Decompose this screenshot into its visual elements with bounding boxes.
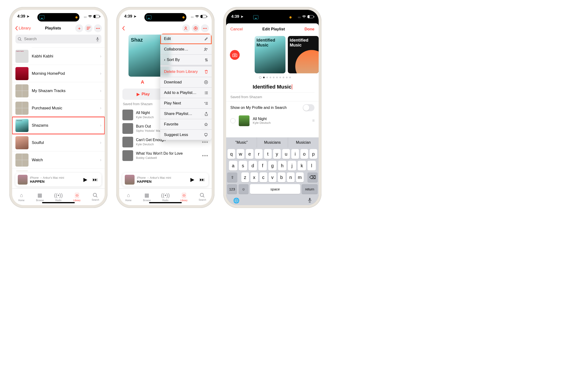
cover-option-1[interactable]: Identified Music <box>255 36 285 73</box>
key-r[interactable]: r <box>255 149 263 159</box>
menu-item-play-next[interactable]: Play Next <box>160 98 212 109</box>
back-button[interactable] <box>122 26 125 31</box>
remove-radio[interactable] <box>230 118 236 123</box>
key-f[interactable]: f <box>258 161 267 170</box>
next-icon[interactable]: ⏭ <box>91 177 99 183</box>
menu-item-suggest-less[interactable]: Suggest Less <box>160 130 212 140</box>
menu-item-download[interactable]: Download <box>160 77 212 88</box>
menu-item-delete-from-library[interactable]: Delete from Library <box>160 65 212 77</box>
key-c[interactable]: c <box>260 172 267 182</box>
search-bar[interactable] <box>15 34 101 43</box>
key-y[interactable]: y <box>273 149 281 159</box>
tab-home[interactable]: ⌂Home <box>12 189 31 205</box>
playlist-row[interactable]: Morning HomePod› <box>12 65 105 82</box>
key-g[interactable]: g <box>268 161 277 170</box>
search-input[interactable] <box>24 36 94 42</box>
key-h[interactable]: h <box>278 161 286 170</box>
menu-item-collaborate[interactable]: Collaborate… <box>160 44 212 55</box>
numbers-key[interactable]: 123 <box>227 184 237 194</box>
dynamic-island <box>144 13 186 22</box>
shift-key[interactable]: ⇧ <box>227 172 237 182</box>
key-i[interactable]: i <box>291 149 299 159</box>
cover-option-2[interactable]: Identified Music <box>288 36 319 73</box>
done-button[interactable]: Done <box>305 27 315 32</box>
tab-search[interactable]: Search <box>193 189 212 205</box>
now-playing-bar[interactable]: iPhone → Ankur's Mac mini HAPPEN ▶ ⏭ <box>15 173 101 187</box>
return-key[interactable]: return <box>302 184 318 194</box>
delete-key[interactable]: ⌫ <box>308 172 318 182</box>
menu-item-share-playlist[interactable]: Share Playlist… <box>160 109 212 119</box>
add-playlist-button[interactable]: ＋ <box>75 24 83 32</box>
cancel-button[interactable]: Cancel <box>230 27 243 32</box>
more-button[interactable] <box>94 24 102 32</box>
play-icon[interactable]: ▶ <box>82 177 89 183</box>
reorder-handle[interactable]: ≡ <box>312 118 314 123</box>
nowplaying-art <box>125 175 135 185</box>
key-d[interactable]: d <box>248 161 257 170</box>
back-button[interactable]: Library <box>15 26 31 31</box>
download-button[interactable] <box>191 24 199 32</box>
cover-carousel[interactable]: Identified Music Identified Music <box>231 35 319 73</box>
playlist-row[interactable]: With You› <box>12 169 105 171</box>
collaborate-button[interactable] <box>182 24 190 32</box>
play-button[interactable]: ▶Play <box>123 89 164 100</box>
key-u[interactable]: u <box>282 149 290 159</box>
suggestion-3[interactable]: Musician <box>288 137 319 148</box>
battery-icon <box>200 15 207 18</box>
key-e[interactable]: e <box>246 149 253 159</box>
key-t[interactable]: t <box>264 149 272 159</box>
suggestion-2[interactable]: Musicians <box>257 137 288 148</box>
camera-button[interactable] <box>230 50 240 60</box>
emoji-key[interactable]: ☺ <box>239 184 248 194</box>
key-l[interactable]: l <box>308 161 316 170</box>
playlist-row[interactable]: Soulful› <box>12 134 105 151</box>
globe-key[interactable]: 🌐 <box>233 198 240 204</box>
profile-toggle[interactable] <box>303 104 314 111</box>
menu-item-edit[interactable]: Edit <box>160 34 212 44</box>
cellular-icon: :::: <box>298 15 301 19</box>
key-z[interactable]: z <box>241 172 249 182</box>
home-indicator[interactable] <box>42 202 75 203</box>
track-artist: Kyle Deutsch <box>136 115 154 119</box>
track-row[interactable]: What You Won't Do for LoveBobby Caldwell… <box>123 149 208 162</box>
playlist-row[interactable]: My Shazam Tracks› <box>12 82 105 99</box>
mic-icon[interactable] <box>96 37 99 41</box>
dictation-key[interactable] <box>308 198 312 204</box>
key-a[interactable]: a <box>229 161 237 170</box>
key-q[interactable]: q <box>228 149 235 159</box>
key-j[interactable]: j <box>288 161 296 170</box>
menu-item-favorite[interactable]: Favorite <box>160 119 212 130</box>
suggestion-1[interactable]: "Music" <box>226 137 257 148</box>
menu-item-sort-by[interactable]: ›Sort By <box>160 55 212 65</box>
sort-button[interactable] <box>85 24 93 32</box>
play-icon[interactable]: ▶ <box>189 177 196 183</box>
track-row[interactable]: All Night Kyle Deutsch ≡ <box>226 114 319 128</box>
tab-search[interactable]: Search <box>86 189 105 205</box>
chevron-icon: › <box>100 54 101 59</box>
space-key[interactable]: space <box>250 184 300 194</box>
key-s[interactable]: s <box>239 161 247 170</box>
key-o[interactable]: o <box>300 149 308 159</box>
next-icon[interactable]: ⏭ <box>198 177 206 183</box>
now-playing-bar[interactable]: iPhone → Ankur's Mac mini HAPPEN ▶ ⏭ <box>123 173 208 187</box>
tab-home[interactable]: ⌂Home <box>119 189 138 205</box>
playlist-description[interactable]: Saved from Shazam <box>226 93 319 101</box>
key-n[interactable]: n <box>287 172 295 182</box>
menu-label: Edit <box>164 36 171 41</box>
home-indicator[interactable] <box>149 202 182 203</box>
key-v[interactable]: v <box>269 172 276 182</box>
playlist-row[interactable]: Shazams› <box>12 117 105 134</box>
key-p[interactable]: p <box>309 149 317 159</box>
key-k[interactable]: k <box>298 161 306 170</box>
menu-item-add-to-a-playlist[interactable]: Add to a Playlist… <box>160 88 212 98</box>
key-w[interactable]: w <box>237 149 244 159</box>
more-button[interactable] <box>201 24 209 32</box>
track-more-icon[interactable]: ••• <box>202 153 208 159</box>
key-x[interactable]: x <box>250 172 258 182</box>
key-m[interactable]: m <box>296 172 304 182</box>
key-b[interactable]: b <box>278 172 285 182</box>
playlist-row[interactable]: Purchased Music› <box>12 99 105 117</box>
playlist-row[interactable]: Watch› <box>12 151 105 169</box>
playlist-row[interactable]: Kabhi Kabhi› <box>12 48 105 65</box>
playlist-name-input[interactable]: Identified Music <box>230 82 314 93</box>
